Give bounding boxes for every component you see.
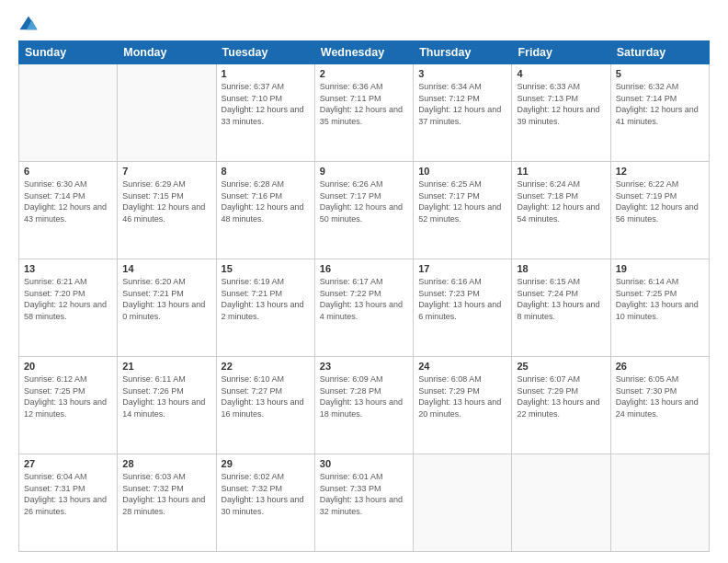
day-number: 1: [222, 68, 310, 79]
day-number: 5: [616, 68, 704, 79]
calendar-cell: 26Sunrise: 6:05 AM Sunset: 7:30 PM Dayli…: [610, 357, 709, 454]
day-info: Sunrise: 6:30 AM Sunset: 7:14 PM Dayligh…: [24, 178, 112, 224]
day-info: Sunrise: 6:32 AM Sunset: 7:14 PM Dayligh…: [616, 81, 704, 127]
weekday-header-friday: Friday: [512, 41, 610, 64]
calendar-cell: 20Sunrise: 6:12 AM Sunset: 7:25 PM Dayli…: [19, 357, 118, 454]
day-info: Sunrise: 6:04 AM Sunset: 7:31 PM Dayligh…: [24, 471, 112, 517]
day-number: 26: [616, 361, 704, 372]
weekday-header-wednesday: Wednesday: [314, 41, 413, 64]
day-number: 21: [122, 361, 210, 372]
calendar-cell: 22Sunrise: 6:10 AM Sunset: 7:27 PM Dayli…: [216, 357, 314, 454]
weekday-header-sunday: Sunday: [19, 41, 118, 64]
logo-icon: [18, 15, 39, 35]
day-info: Sunrise: 6:12 AM Sunset: 7:25 PM Dayligh…: [24, 373, 112, 419]
day-info: Sunrise: 6:25 AM Sunset: 7:17 PM Dayligh…: [418, 178, 506, 224]
calendar-cell: 28Sunrise: 6:03 AM Sunset: 7:32 PM Dayli…: [118, 454, 216, 552]
calendar-cell: 29Sunrise: 6:02 AM Sunset: 7:32 PM Dayli…: [216, 454, 314, 552]
calendar-cell: [19, 64, 118, 162]
day-info: Sunrise: 6:26 AM Sunset: 7:17 PM Dayligh…: [320, 178, 408, 224]
calendar-cell: [610, 454, 709, 552]
calendar-cell: 30Sunrise: 6:01 AM Sunset: 7:33 PM Dayli…: [314, 454, 413, 552]
day-info: Sunrise: 6:11 AM Sunset: 7:26 PM Dayligh…: [122, 373, 210, 419]
calendar-cell: 27Sunrise: 6:04 AM Sunset: 7:31 PM Dayli…: [19, 454, 118, 552]
calendar-cell: 21Sunrise: 6:11 AM Sunset: 7:26 PM Dayli…: [118, 357, 216, 454]
day-number: 3: [418, 68, 506, 79]
calendar-cell: 24Sunrise: 6:08 AM Sunset: 7:29 PM Dayli…: [414, 357, 512, 454]
logo: [18, 15, 42, 35]
day-info: Sunrise: 6:10 AM Sunset: 7:27 PM Dayligh…: [222, 373, 310, 419]
calendar-week-3: 13Sunrise: 6:21 AM Sunset: 7:20 PM Dayli…: [19, 259, 710, 357]
calendar-cell: 12Sunrise: 6:22 AM Sunset: 7:19 PM Dayli…: [610, 162, 709, 259]
calendar-cell: 1Sunrise: 6:37 AM Sunset: 7:10 PM Daylig…: [216, 64, 314, 162]
page: SundayMondayTuesdayWednesdayThursdayFrid…: [0, 0, 728, 563]
calendar-week-4: 20Sunrise: 6:12 AM Sunset: 7:25 PM Dayli…: [19, 357, 710, 454]
day-info: Sunrise: 6:19 AM Sunset: 7:21 PM Dayligh…: [222, 276, 310, 322]
calendar-cell: 19Sunrise: 6:14 AM Sunset: 7:25 PM Dayli…: [610, 259, 709, 357]
calendar-week-5: 27Sunrise: 6:04 AM Sunset: 7:31 PM Dayli…: [19, 454, 710, 552]
calendar-cell: 25Sunrise: 6:07 AM Sunset: 7:29 PM Dayli…: [512, 357, 610, 454]
day-info: Sunrise: 6:22 AM Sunset: 7:19 PM Dayligh…: [616, 178, 704, 224]
day-number: 30: [320, 458, 408, 469]
day-info: Sunrise: 6:02 AM Sunset: 7:32 PM Dayligh…: [222, 471, 310, 517]
weekday-header-saturday: Saturday: [610, 41, 709, 64]
day-number: 14: [122, 263, 210, 274]
calendar-cell: 3Sunrise: 6:34 AM Sunset: 7:12 PM Daylig…: [414, 64, 512, 162]
calendar-cell: 9Sunrise: 6:26 AM Sunset: 7:17 PM Daylig…: [314, 162, 413, 259]
day-info: Sunrise: 6:08 AM Sunset: 7:29 PM Dayligh…: [418, 373, 506, 419]
day-number: 28: [122, 458, 210, 469]
day-number: 20: [24, 361, 112, 372]
calendar-cell: 23Sunrise: 6:09 AM Sunset: 7:28 PM Dayli…: [314, 357, 413, 454]
day-number: 4: [517, 68, 605, 79]
calendar-week-2: 6Sunrise: 6:30 AM Sunset: 7:14 PM Daylig…: [19, 162, 710, 259]
day-number: 18: [517, 263, 605, 274]
day-number: 16: [320, 263, 408, 274]
day-number: 25: [517, 361, 605, 372]
day-info: Sunrise: 6:15 AM Sunset: 7:24 PM Dayligh…: [517, 276, 605, 322]
calendar-cell: 13Sunrise: 6:21 AM Sunset: 7:20 PM Dayli…: [19, 259, 118, 357]
day-info: Sunrise: 6:37 AM Sunset: 7:10 PM Dayligh…: [222, 81, 310, 127]
day-number: 7: [122, 166, 210, 177]
weekday-header-monday: Monday: [118, 41, 216, 64]
day-info: Sunrise: 6:21 AM Sunset: 7:20 PM Dayligh…: [24, 276, 112, 322]
calendar-cell: 18Sunrise: 6:15 AM Sunset: 7:24 PM Dayli…: [512, 259, 610, 357]
day-info: Sunrise: 6:33 AM Sunset: 7:13 PM Dayligh…: [517, 81, 605, 127]
day-number: 23: [320, 361, 408, 372]
calendar-cell: 7Sunrise: 6:29 AM Sunset: 7:15 PM Daylig…: [118, 162, 216, 259]
day-number: 11: [517, 166, 605, 177]
day-info: Sunrise: 6:28 AM Sunset: 7:16 PM Dayligh…: [222, 178, 310, 224]
day-info: Sunrise: 6:36 AM Sunset: 7:11 PM Dayligh…: [320, 81, 408, 127]
weekday-header-row: SundayMondayTuesdayWednesdayThursdayFrid…: [19, 41, 710, 64]
calendar-cell: 8Sunrise: 6:28 AM Sunset: 7:16 PM Daylig…: [216, 162, 314, 259]
calendar-cell: 5Sunrise: 6:32 AM Sunset: 7:14 PM Daylig…: [610, 64, 709, 162]
day-number: 24: [418, 361, 506, 372]
day-number: 29: [222, 458, 310, 469]
day-info: Sunrise: 6:24 AM Sunset: 7:18 PM Dayligh…: [517, 178, 605, 224]
day-number: 19: [616, 263, 704, 274]
day-info: Sunrise: 6:34 AM Sunset: 7:12 PM Dayligh…: [418, 81, 506, 127]
calendar-cell: 11Sunrise: 6:24 AM Sunset: 7:18 PM Dayli…: [512, 162, 610, 259]
weekday-header-thursday: Thursday: [414, 41, 512, 64]
header-area: [18, 15, 710, 35]
day-number: 15: [222, 263, 310, 274]
calendar-cell: 15Sunrise: 6:19 AM Sunset: 7:21 PM Dayli…: [216, 259, 314, 357]
calendar-cell: 2Sunrise: 6:36 AM Sunset: 7:11 PM Daylig…: [314, 64, 413, 162]
day-info: Sunrise: 6:07 AM Sunset: 7:29 PM Dayligh…: [517, 373, 605, 419]
day-info: Sunrise: 6:05 AM Sunset: 7:30 PM Dayligh…: [616, 373, 704, 419]
day-info: Sunrise: 6:01 AM Sunset: 7:33 PM Dayligh…: [320, 471, 408, 517]
day-number: 8: [222, 166, 310, 177]
day-number: 10: [418, 166, 506, 177]
day-number: 27: [24, 458, 112, 469]
calendar-cell: 17Sunrise: 6:16 AM Sunset: 7:23 PM Dayli…: [414, 259, 512, 357]
calendar-cell: 16Sunrise: 6:17 AM Sunset: 7:22 PM Dayli…: [314, 259, 413, 357]
day-info: Sunrise: 6:14 AM Sunset: 7:25 PM Dayligh…: [616, 276, 704, 322]
calendar-cell: 10Sunrise: 6:25 AM Sunset: 7:17 PM Dayli…: [414, 162, 512, 259]
calendar-week-1: 1Sunrise: 6:37 AM Sunset: 7:10 PM Daylig…: [19, 64, 710, 162]
day-number: 6: [24, 166, 112, 177]
day-number: 2: [320, 68, 408, 79]
calendar-cell: [512, 454, 610, 552]
calendar-cell: 4Sunrise: 6:33 AM Sunset: 7:13 PM Daylig…: [512, 64, 610, 162]
calendar-cell: 14Sunrise: 6:20 AM Sunset: 7:21 PM Dayli…: [118, 259, 216, 357]
day-number: 12: [616, 166, 704, 177]
day-info: Sunrise: 6:09 AM Sunset: 7:28 PM Dayligh…: [320, 373, 408, 419]
day-info: Sunrise: 6:03 AM Sunset: 7:32 PM Dayligh…: [122, 471, 210, 517]
